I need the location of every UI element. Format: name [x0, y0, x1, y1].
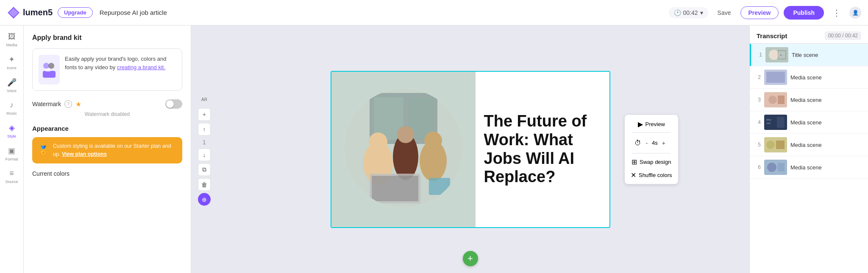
svg-point-33: [766, 141, 775, 149]
brand-kit-icon: [39, 55, 60, 84]
slide-headline: The Future of Work: What Jobs Will AI Re…: [484, 112, 601, 186]
more-options-button[interactable]: ⋮: [829, 6, 844, 20]
delete-button[interactable]: 🗑: [198, 178, 211, 191]
publish-button[interactable]: Publish: [784, 6, 824, 20]
clock-icon: 🕐: [674, 9, 681, 16]
shuffle-colors-button[interactable]: ✕ Shuffle colors: [627, 169, 676, 180]
scene-item-3[interactable]: 3 Media scene: [750, 89, 868, 111]
brand-kit-title: Apply brand kit: [32, 34, 182, 42]
scene-label-1: Title scene: [792, 52, 818, 58]
scene-item-6[interactable]: 6 Media scene: [750, 156, 868, 179]
duration-control: ⏱ - 4s +: [631, 135, 671, 150]
plus-icon: +: [467, 253, 473, 264]
brand-kit-link[interactable]: creating a brand kit.: [117, 64, 165, 70]
star-icon: ★: [75, 100, 81, 108]
watermark-toggle[interactable]: [165, 99, 182, 109]
svg-text:What: What: [766, 118, 771, 121]
watermark-label: Watermark: [32, 101, 61, 107]
scene-label-4: Media scene: [790, 119, 822, 126]
user-avatar: 👤: [849, 7, 861, 19]
slide[interactable]: The Future of Work: What Jobs Will AI Re…: [331, 71, 610, 228]
help-icon[interactable]: ?: [64, 100, 72, 108]
preview-scene-button[interactable]: ▶ Preview: [634, 118, 668, 129]
duplicate-button[interactable]: ⧉: [198, 163, 211, 176]
sidebar-item-format[interactable]: ▣ Format: [1, 143, 22, 165]
play-icon: ▶: [638, 120, 643, 128]
media-icon: 🖼: [8, 32, 16, 41]
upgrade-banner-icon: 🏅: [38, 145, 49, 155]
scene-label-5: Media scene: [790, 142, 822, 148]
timer-icon: ⏱: [634, 139, 641, 146]
source-icon: ≡: [9, 169, 14, 178]
scene-thumb-4: What Jobs: [764, 115, 787, 130]
transcript-panel: Transcript 00:00 / 00:42 1 AI Title scen…: [749, 25, 868, 273]
project-title: Repurpose AI job article: [100, 9, 167, 16]
sidebar-item-music[interactable]: ♪ Music: [1, 97, 22, 119]
scene-item-5[interactable]: 5 Media scene: [750, 134, 868, 156]
upgrade-button[interactable]: Upgrade: [58, 7, 93, 18]
sidebar-item-style[interactable]: ◈ Style: [1, 120, 22, 142]
move-down-button[interactable]: ↓: [198, 148, 211, 161]
current-colors-label: Current colors: [32, 170, 182, 177]
slide-image-half: [331, 72, 476, 227]
move-up-button[interactable]: ↑: [198, 123, 211, 135]
format-icon: ▣: [8, 146, 15, 155]
watermark-status: Watermark disabled: [32, 111, 182, 117]
logo[interactable]: lumen5: [7, 6, 53, 20]
svg-point-15: [424, 132, 442, 149]
scene-thumb-1: AI: [765, 47, 788, 62]
scene-item-4[interactable]: 4 What Jobs Media scene: [750, 111, 868, 134]
icon-sidebar: 🖼 Media ✦ Icons 🎤 Voice ♪ Music ◈ Style …: [0, 25, 24, 273]
topbar-right: 🕐 00:42 ▾ Save Preview Publish ⋮ 👤: [669, 6, 861, 20]
sidebar-item-voice[interactable]: 🎤 Voice: [1, 74, 22, 96]
main-layout: 🖼 Media ✦ Icons 🎤 Voice ♪ Music ◈ Style …: [0, 25, 868, 273]
sidebar-item-media[interactable]: 🖼 Media: [1, 29, 22, 51]
timestamp: 00:00 / 00:42: [825, 31, 861, 40]
voice-icon: 🎤: [7, 78, 17, 87]
add-element-button[interactable]: ＋: [198, 108, 211, 121]
duration-plus-button[interactable]: +: [659, 137, 668, 149]
svg-rect-31: [777, 117, 785, 128]
music-icon: ♪: [10, 101, 14, 110]
add-scene-button[interactable]: +: [463, 251, 478, 266]
swap-icon: ⊞: [632, 158, 637, 166]
svg-rect-17: [372, 176, 418, 201]
add-scene-circle-button[interactable]: ⊕: [198, 193, 211, 205]
style-icon: ◈: [9, 123, 15, 132]
svg-point-11: [369, 132, 387, 151]
svg-point-20: [769, 50, 779, 60]
appearance-title: Appearance: [32, 125, 182, 132]
duration-display: 4s: [652, 140, 658, 146]
save-button[interactable]: Save: [713, 7, 735, 19]
scene-item-2[interactable]: 2 Media scene: [750, 66, 868, 89]
sidebar-item-source[interactable]: ≡ Source: [1, 166, 22, 187]
scene-thumb-3: [764, 92, 787, 107]
svg-marker-1: [9, 8, 18, 17]
svg-rect-18: [429, 178, 450, 195]
shuffle-icon: ✕: [631, 171, 636, 179]
slide-text-half: The Future of Work: What Jobs Will AI Re…: [476, 72, 609, 227]
view-plan-options-link[interactable]: View plan options: [62, 151, 107, 157]
scene-label-6: Media scene: [790, 164, 822, 171]
style-panel: Apply brand kit Easily apply your brand'…: [24, 25, 191, 273]
slide-container: The Future of Work: What Jobs Will AI Re…: [331, 71, 610, 228]
scene-item-1[interactable]: 1 AI Title scene: [750, 44, 868, 66]
divider2: [632, 153, 670, 153]
scene-thumb-6: [764, 160, 787, 175]
swap-design-button[interactable]: ⊞ Swap design: [628, 156, 674, 167]
svg-point-13: [397, 126, 414, 143]
duration-minus-button[interactable]: -: [643, 137, 650, 149]
duration-display[interactable]: 🕐 00:42 ▾: [669, 7, 708, 18]
svg-rect-4: [43, 71, 56, 78]
brand-kit-box: Easily apply your brand's logo, colors a…: [32, 48, 182, 91]
transcript-header: Transcript 00:00 / 00:42: [750, 25, 868, 44]
duration-value: 00:42: [683, 9, 698, 16]
upgrade-banner: 🏅 Custom styling is available on our Sta…: [32, 137, 182, 163]
sidebar-item-icons[interactable]: ✦ Icons: [1, 51, 22, 73]
scene-label-2: Media scene: [790, 74, 822, 81]
preview-button[interactable]: Preview: [740, 6, 779, 19]
watermark-row: Watermark ? ★: [32, 99, 182, 109]
svg-point-26: [768, 96, 777, 104]
toggle-knob: [166, 100, 174, 108]
svg-rect-27: [778, 96, 785, 104]
